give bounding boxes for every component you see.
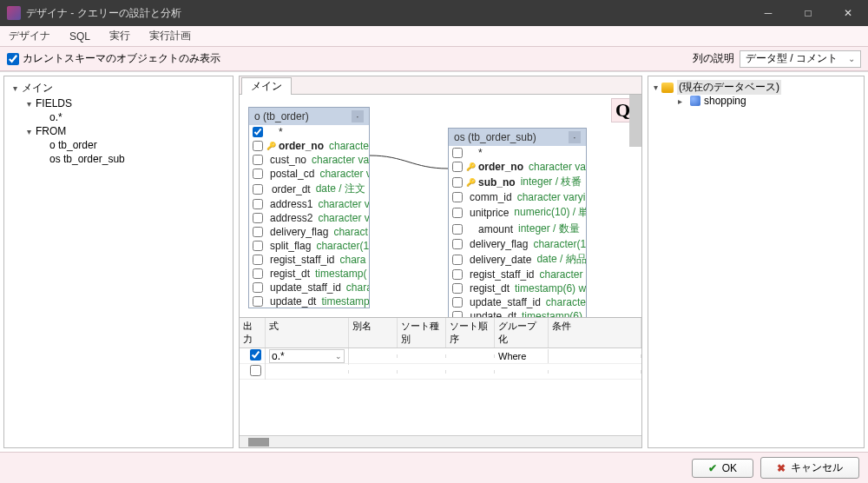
column-check[interactable] (253, 241, 263, 251)
column-check[interactable] (253, 282, 263, 293)
column-check[interactable] (253, 255, 263, 265)
left-tree[interactable]: ▾メイン ▾FIELDS o.* ▾FROM o tb_order os tb_… (3, 76, 233, 448)
column-item[interactable]: address2 character v (249, 211, 369, 225)
column-check[interactable] (253, 184, 263, 195)
column-name: unitprice (470, 207, 509, 219)
column-desc-combo[interactable]: データ型 / コメント ⌄ (740, 50, 861, 68)
column-item[interactable]: regist_staff_id character (449, 268, 586, 281)
column-item[interactable]: * (249, 125, 369, 139)
key-icon: 🔑 (266, 142, 275, 150)
ok-button[interactable]: ✔OK (692, 459, 753, 478)
column-item[interactable]: address1 character v (249, 197, 369, 211)
table-card-os[interactable]: os (tb_order_sub) · *🔑order_no character… (448, 128, 587, 317)
menubar: デザイナ SQL 実行 実行計画 (0, 26, 868, 47)
column-item[interactable]: regist_dt timestamp( (249, 267, 369, 281)
close-button[interactable]: ✕ (828, 0, 868, 26)
column-item[interactable]: regist_staff_id chara (249, 253, 369, 267)
tree-fields[interactable]: ▾FIELDS (10, 96, 227, 110)
tree-tborder[interactable]: o tb_order (10, 138, 227, 152)
grid-row[interactable]: o.*⌄ Where (240, 348, 641, 364)
column-item[interactable]: comm_id character varyi (449, 190, 586, 204)
design-canvas[interactable]: Q o (tb_order) · *🔑order_no character vc… (240, 95, 641, 317)
column-item[interactable]: update_staff_id chara (249, 281, 369, 294)
column-check[interactable] (452, 297, 463, 308)
grid-expr-combo[interactable]: o.*⌄ (269, 349, 345, 363)
maximize-button[interactable]: □ (788, 0, 828, 26)
tab-main[interactable]: メイン (241, 77, 292, 95)
column-type: numeric(10) / 単 (514, 205, 586, 220)
column-check[interactable] (253, 296, 263, 307)
table-card-os-header[interactable]: os (tb_order_sub) · (449, 129, 586, 146)
column-type: date / 注文 (316, 182, 365, 196)
column-check[interactable] (452, 269, 463, 280)
window-title: デザイナ - クエリーの設計と分析 (26, 6, 748, 21)
column-item[interactable]: 🔑order_no character vary (449, 160, 586, 174)
db-root[interactable]: ▾ (現在のデータベース) (654, 80, 858, 95)
tree-main[interactable]: ▾メイン (10, 80, 227, 96)
column-item[interactable]: postal_cd character v (249, 167, 369, 181)
column-item[interactable]: order_dt date / 注文 (249, 181, 369, 197)
column-check[interactable] (253, 268, 263, 279)
column-check[interactable] (253, 169, 263, 179)
column-item[interactable]: amount integer / 数量 (449, 221, 586, 237)
column-item[interactable]: cust_no character va (249, 153, 369, 167)
column-check[interactable] (452, 192, 463, 202)
table-card-o[interactable]: o (tb_order) · *🔑order_no character vcus… (248, 107, 370, 308)
grid-out-check[interactable] (250, 365, 261, 376)
close-icon[interactable]: · (352, 110, 364, 122)
show-schema-checkbox[interactable]: カレントスキーマのオブジェクトのみ表示 (7, 51, 220, 66)
grid-row[interactable] (240, 364, 641, 380)
tree-ostar[interactable]: o.* (10, 110, 227, 124)
column-item[interactable]: update_staff_id characte (449, 295, 586, 309)
tree-from[interactable]: ▾FROM (10, 124, 227, 138)
column-item[interactable]: regist_dt timestamp(6) w (449, 281, 586, 295)
column-item[interactable]: update_dt timestamp (249, 294, 369, 308)
column-check[interactable] (452, 162, 463, 172)
column-check[interactable] (452, 239, 463, 249)
column-check[interactable] (452, 311, 463, 317)
column-check[interactable] (452, 255, 463, 265)
column-check[interactable] (452, 224, 463, 235)
table-card-o-header[interactable]: o (tb_order) · (249, 108, 369, 125)
column-type: date / 納品 (536, 252, 586, 267)
output-grid[interactable]: 出力 式 別名 ソート種別 ソート順序 グループ化 条件 o.*⌄ Where (240, 317, 641, 447)
column-check[interactable] (253, 155, 263, 165)
column-check[interactable] (253, 141, 263, 151)
column-check[interactable] (253, 127, 263, 137)
column-item[interactable]: update_dt timestamp(6) (449, 309, 586, 317)
column-item[interactable]: split_flag character(1 (249, 239, 369, 253)
column-type: character(1 (533, 238, 586, 250)
show-schema-check[interactable] (7, 53, 19, 65)
grid-hscroll[interactable] (240, 435, 641, 447)
column-check[interactable] (253, 213, 263, 223)
tree-tbordersub[interactable]: os tb_order_sub (10, 152, 227, 166)
menu-plan[interactable]: 実行計画 (146, 27, 194, 45)
column-item[interactable]: delivery_date date / 納品 (449, 251, 586, 268)
column-check[interactable] (452, 148, 463, 158)
column-item[interactable]: delivery_flag charact (249, 225, 369, 239)
canvas-scrollbar[interactable] (629, 95, 641, 147)
right-tree[interactable]: ▾ (現在のデータベース) ▸ shopping (648, 76, 865, 448)
grid-out-check[interactable] (250, 349, 261, 361)
column-check[interactable] (452, 177, 463, 188)
column-check[interactable] (452, 208, 463, 218)
column-check[interactable] (452, 283, 463, 294)
app-icon (7, 6, 21, 20)
column-item[interactable]: 🔑sub_no integer / 枝番 (449, 174, 586, 190)
cancel-button[interactable]: ✖キャンセル (760, 457, 859, 479)
column-check[interactable] (253, 227, 263, 237)
menu-run[interactable]: 実行 (106, 27, 134, 45)
column-type: character v (318, 198, 369, 210)
column-name: regist_staff_id (470, 268, 535, 281)
menu-designer[interactable]: デザイナ (5, 27, 54, 45)
menu-sql[interactable]: SQL (66, 29, 94, 44)
column-item[interactable]: unitprice numeric(10) / 単 (449, 204, 586, 221)
column-item[interactable]: delivery_flag character(1 (449, 237, 586, 251)
minimize-button[interactable]: ─ (748, 0, 788, 26)
column-item[interactable]: * (449, 146, 586, 160)
close-icon[interactable]: · (569, 131, 581, 143)
column-check[interactable] (253, 199, 263, 209)
db-child[interactable]: ▸ shopping (654, 95, 858, 107)
grid-header: 出力 式 別名 ソート種別 ソート順序 グループ化 条件 (240, 318, 641, 348)
column-item[interactable]: 🔑order_no character v (249, 139, 369, 153)
